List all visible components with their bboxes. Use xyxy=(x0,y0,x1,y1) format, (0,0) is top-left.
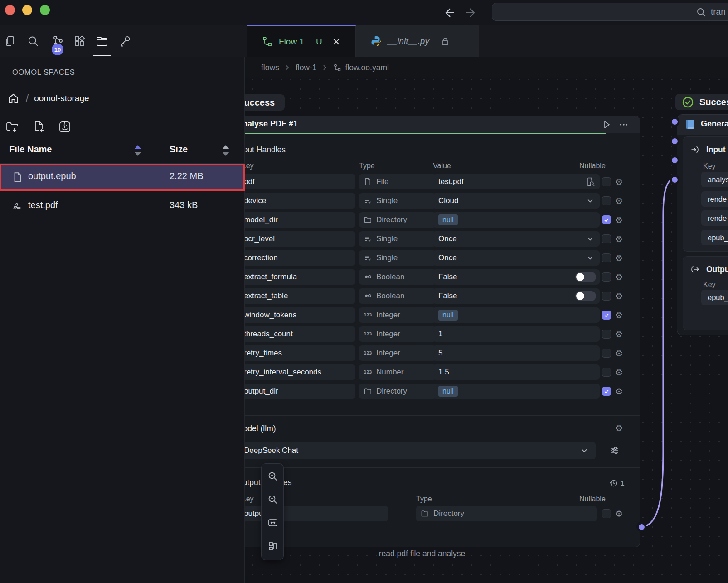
gear-icon[interactable]: ⚙ xyxy=(615,291,623,301)
key-field[interactable]: output_dir xyxy=(245,384,355,399)
key-field[interactable]: correction xyxy=(245,250,355,266)
type-field[interactable]: Boolean xyxy=(359,269,436,285)
type-field[interactable]: Directory xyxy=(359,384,436,399)
nullable-checkbox[interactable] xyxy=(602,253,611,262)
boolean-toggle[interactable] xyxy=(575,291,596,301)
node-analyse-pdf[interactable]: Analyse PDF #1 Input Handles Key Type Va… xyxy=(245,116,640,547)
key-field[interactable]: retry_interval_seconds xyxy=(245,364,355,380)
breadcrumb-item[interactable]: flows xyxy=(261,63,279,73)
node2-input-key[interactable]: epub_ xyxy=(701,230,728,245)
new-file-icon[interactable] xyxy=(32,120,45,134)
type-field[interactable]: 123Integer xyxy=(359,345,436,361)
key-field[interactable]: extract_formula xyxy=(245,269,355,285)
model-select[interactable]: DeepSeek Chat xyxy=(245,442,596,459)
value-field[interactable]: False xyxy=(433,288,600,304)
tab-init-py[interactable]: __init__.py xyxy=(356,25,479,57)
node2-header[interactable]: Genera xyxy=(677,115,728,135)
type-field[interactable]: Directory xyxy=(416,506,597,521)
boolean-toggle[interactable] xyxy=(575,272,596,282)
maximize-window-button[interactable] xyxy=(40,5,50,15)
history-indicator[interactable]: 1 xyxy=(609,479,633,489)
gear-icon[interactable]: ⚙ xyxy=(615,367,623,378)
value-field[interactable]: null xyxy=(433,384,600,399)
model-settings-icon[interactable] xyxy=(609,446,619,456)
column-size[interactable]: Size xyxy=(170,144,188,155)
key-field[interactable]: retry_times xyxy=(245,345,355,361)
flow-canvas[interactable]: Success Analyse PDF #1 Input Handles Key… xyxy=(245,57,728,583)
breadcrumb-item[interactable]: flow-1 xyxy=(296,63,317,73)
key-field[interactable]: ocr_level xyxy=(245,231,355,247)
close-window-button[interactable] xyxy=(5,5,15,15)
type-field[interactable]: File xyxy=(359,174,436,189)
forward-arrow-button[interactable] xyxy=(465,6,478,19)
gear-icon[interactable]: ⚙ xyxy=(615,329,623,340)
close-tab-icon[interactable] xyxy=(332,38,340,46)
gear-icon[interactable]: ⚙ xyxy=(615,348,623,359)
node1-output-port[interactable] xyxy=(636,522,646,532)
node2-input-key[interactable]: rende xyxy=(701,210,728,226)
key-field[interactable]: threads_count xyxy=(245,326,355,342)
zoom-out-button[interactable] xyxy=(264,491,281,508)
folder-explorer-icon[interactable] xyxy=(96,35,108,48)
nullable-checkbox[interactable] xyxy=(602,509,611,518)
search-sidebar-icon[interactable] xyxy=(27,35,39,48)
fit-view-button[interactable] xyxy=(264,514,281,531)
nullable-checkbox[interactable] xyxy=(602,368,611,377)
value-field[interactable]: Once xyxy=(433,250,600,266)
gear-icon[interactable]: ⚙ xyxy=(615,195,623,206)
node2-input-key[interactable]: analys xyxy=(701,172,728,187)
nullable-checkbox[interactable] xyxy=(602,272,611,282)
nullable-checkbox[interactable] xyxy=(602,387,611,396)
extensions-icon[interactable] xyxy=(73,35,86,48)
column-file-name[interactable]: File Name xyxy=(9,144,52,155)
nullable-checkbox[interactable] xyxy=(602,196,611,205)
run-node-icon[interactable] xyxy=(602,120,612,130)
value-field[interactable]: Once xyxy=(433,231,600,247)
file-row[interactable]: output.epub 2.22 MB xyxy=(1,165,244,190)
path-current-folder[interactable]: oomol-storage xyxy=(34,93,89,103)
home-icon[interactable] xyxy=(7,92,19,105)
nullable-checkbox[interactable] xyxy=(602,215,611,224)
value-field[interactable]: 1.5 xyxy=(433,364,600,380)
node2-input-port[interactable] xyxy=(670,155,679,165)
value-field[interactable]: False xyxy=(433,269,600,285)
model-gear-icon[interactable]: ⚙ xyxy=(615,423,623,433)
gear-icon[interactable]: ⚙ xyxy=(615,386,623,397)
type-field[interactable]: Single xyxy=(359,250,436,266)
node2-input-port[interactable] xyxy=(670,136,679,146)
value-field[interactable]: 1 xyxy=(433,326,600,342)
nullable-checkbox[interactable] xyxy=(602,292,611,301)
node2-input-port[interactable] xyxy=(670,175,679,185)
key-field[interactable]: window_tokens xyxy=(245,307,355,323)
key-field[interactable]: device xyxy=(245,193,355,209)
breadcrumb-item[interactable]: flow.oo.yaml xyxy=(345,63,389,73)
type-field[interactable]: Single xyxy=(359,231,436,247)
file-search-icon[interactable] xyxy=(585,177,595,187)
type-field[interactable]: Directory xyxy=(359,212,436,228)
nullable-checkbox[interactable] xyxy=(602,234,611,243)
value-field[interactable]: Cloud xyxy=(433,193,600,209)
minimize-window-button[interactable] xyxy=(22,5,32,15)
copy-files-icon[interactable] xyxy=(4,35,16,48)
type-field[interactable]: 123Integer xyxy=(359,326,436,342)
node2-input-key[interactable]: rende xyxy=(701,191,728,207)
key-field[interactable]: model_dir xyxy=(245,212,355,228)
tab-flow-1[interactable]: Flow 1 U xyxy=(247,25,356,57)
value-field[interactable]: 5 xyxy=(433,345,600,361)
node-generate[interactable]: Genera Input H Key analysrenderendeepub_… xyxy=(677,114,728,335)
gear-icon[interactable]: ⚙ xyxy=(615,253,623,263)
zoom-in-button[interactable] xyxy=(264,468,281,485)
gear-icon[interactable]: ⚙ xyxy=(615,310,623,321)
gear-icon[interactable]: ⚙ xyxy=(615,176,623,187)
new-folder-icon[interactable] xyxy=(5,120,19,134)
key-icon[interactable] xyxy=(119,35,131,48)
nullable-checkbox[interactable] xyxy=(602,349,611,358)
node2-input-port[interactable] xyxy=(670,117,679,126)
nullable-checkbox[interactable] xyxy=(602,330,611,339)
type-field[interactable]: 123Integer xyxy=(359,307,436,323)
node2-output-key[interactable]: epub_ xyxy=(701,290,728,305)
type-field[interactable]: Boolean xyxy=(359,288,436,304)
key-field[interactable]: extract_table xyxy=(245,288,355,304)
nullable-checkbox[interactable] xyxy=(602,177,611,186)
sort-file-name-icon[interactable] xyxy=(134,145,141,156)
